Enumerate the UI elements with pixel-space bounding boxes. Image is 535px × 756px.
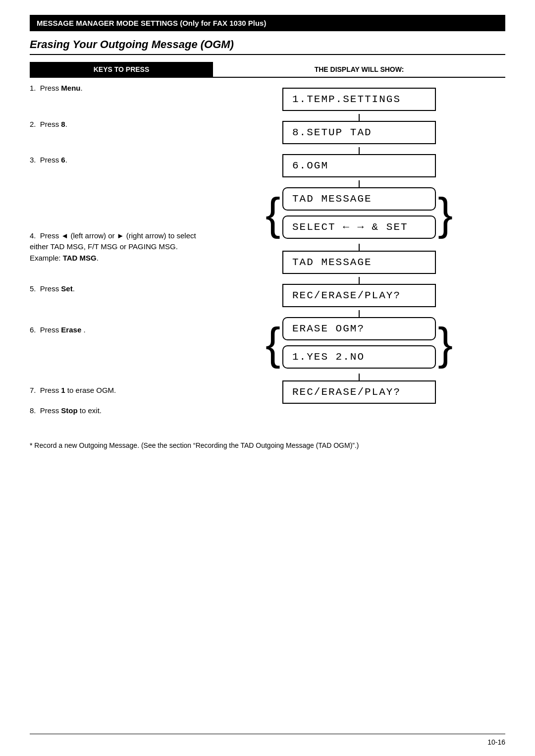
right-bracket-arrow-2: } — [438, 327, 453, 361]
step-2-text: 2. Press 8. — [30, 120, 67, 128]
left-column-header: KEYS TO PRESS — [30, 62, 213, 78]
step-3: 3. Press 6. — [30, 155, 203, 166]
bottom-divider — [30, 734, 505, 734]
footnote: * Record a new Outgoing Message. (See th… — [30, 440, 505, 451]
step-3-text: 3. Press 6. — [30, 156, 67, 164]
display-box-10: REC/ERASE/PLAY? — [282, 380, 436, 404]
display-box-9: 1.YES 2.NO — [282, 345, 436, 369]
column-headers: KEYS TO PRESS THE DISPLAY WILL SHOW: — [30, 62, 505, 78]
display-box-1: 1.TEMP.SETTINGS — [282, 88, 436, 111]
step-7-text: 7. Press 1 to erase OGM. — [30, 386, 116, 394]
display-box-6: TAD MESSAGE — [282, 251, 436, 274]
step-8-text: 8. Press Stop to exit. — [30, 406, 102, 415]
right-bracket-arrow-1: } — [438, 198, 453, 231]
step-8: 8. Press Stop to exit. — [30, 405, 203, 417]
section-title: Erasing Your Outgoing Message (OGM) — [30, 38, 505, 55]
step-4-text: 4. Press ◄ (left arrow) or ► (right arro… — [30, 231, 196, 262]
display-box-3: 6.OGM — [282, 154, 436, 177]
display-box-7: REC/ERASE/PLAY? — [282, 284, 436, 307]
steps-column: 1. Press Menu. 2. Press 8. 3. Press 6. 4… — [30, 83, 213, 425]
display-box-2: 8.SETUP TAD — [282, 121, 436, 144]
display-box-5: SELECT ← → & SET — [282, 216, 436, 239]
page-number: 10-16 — [487, 738, 505, 746]
connector-6 — [359, 310, 360, 317]
footnote-text: Record a new Outgoing Message. (See the … — [32, 441, 359, 449]
connector-4 — [359, 244, 360, 251]
display-box-8: ERASE OGM? — [282, 317, 436, 340]
bracket-items-2: ERASE OGM? 1.YES 2.NO — [282, 317, 436, 372]
step-6-text: 6. Press Erase . — [30, 325, 86, 334]
left-bracket-arrow-2: { — [266, 327, 280, 361]
connector-2 — [359, 147, 360, 154]
step-5: 5. Press Set. — [30, 283, 203, 295]
display-column: 1.TEMP.SETTINGS 8.SETUP TAD 6.OGM { TAD … — [213, 83, 505, 407]
main-content: 1. Press Menu. 2. Press 8. 3. Press 6. 4… — [30, 83, 505, 425]
step-4: 4. Press ◄ (left arrow) or ► (right arro… — [30, 230, 203, 264]
display-box-4: TAD MESSAGE — [282, 187, 436, 211]
bracket-group-1: { TAD MESSAGE SELECT ← → & SET } — [266, 187, 453, 242]
header-bar: MESSAGE MANAGER MODE SETTINGS (Only for … — [30, 15, 505, 31]
connector-5 — [359, 277, 360, 284]
left-bracket-arrow-1: { — [266, 198, 280, 231]
bracket-group-2: { ERASE OGM? 1.YES 2.NO } — [266, 317, 453, 372]
right-column-header: THE DISPLAY WILL SHOW: — [213, 62, 505, 78]
step-1-num: 1. Press Menu. — [30, 84, 83, 92]
step-2: 2. Press 8. — [30, 119, 203, 130]
step-1: 1. Press Menu. — [30, 83, 203, 94]
bracket-items-1: TAD MESSAGE SELECT ← → & SET — [282, 187, 436, 242]
connector-1 — [359, 114, 360, 121]
step-7: 7. Press 1 to erase OGM. — [30, 385, 203, 396]
step-6: 6. Press Erase . — [30, 324, 203, 336]
connector-3 — [359, 180, 360, 187]
step-5-text: 5. Press Set. — [30, 284, 75, 293]
connector-7 — [359, 374, 360, 380]
